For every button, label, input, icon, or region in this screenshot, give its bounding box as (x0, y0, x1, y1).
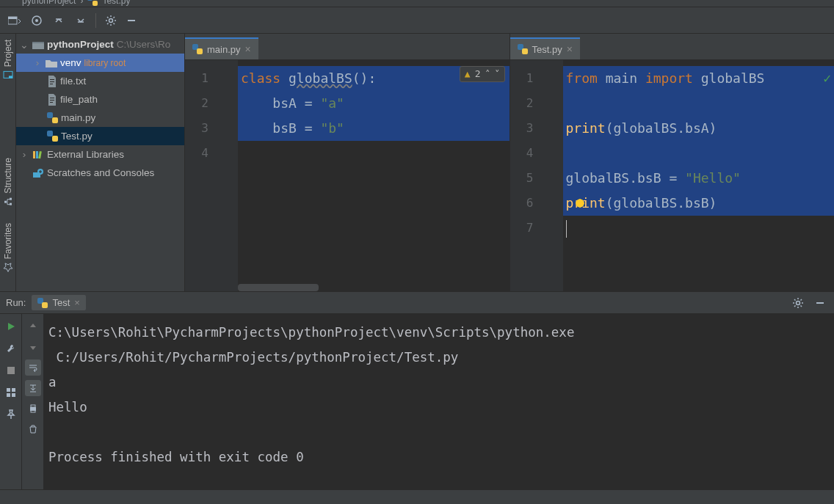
inspection-widget[interactable]: ▲ 2 ˄ ˅ (460, 66, 505, 82)
rerun-icon[interactable] (3, 318, 19, 335)
no-problems-icon[interactable]: ✓ (823, 66, 831, 91)
run-header: Run: Test × (0, 292, 834, 314)
run-tab[interactable]: Test × (32, 295, 85, 310)
svg-rect-9 (10, 198, 12, 200)
scratches-label: Scratches and Consoles (47, 167, 154, 178)
svg-rect-25 (7, 367, 15, 374)
breadcrumb-project[interactable]: pythonProject (22, 0, 76, 6)
svg-rect-12 (50, 79, 54, 80)
svg-rect-5 (128, 20, 135, 21)
favorites-tool-tab[interactable]: Favorites (3, 220, 13, 275)
structure-tool-tab[interactable]: Structure (3, 155, 13, 210)
file-name: Test.py (61, 131, 93, 142)
tree-file-txt[interactable]: file.txt (16, 72, 184, 90)
libraries-icon (32, 150, 44, 160)
svg-rect-10 (4, 201, 7, 203)
close-icon[interactable]: × (74, 297, 80, 308)
svg-rect-13 (50, 81, 54, 82)
tree-project-root[interactable]: ⌄ pythonProject C:\Users\Ro (16, 35, 184, 54)
tree-venv[interactable]: › venv library root (16, 54, 184, 72)
text-cursor (566, 220, 567, 238)
svg-rect-31 (31, 405, 35, 407)
wrench-icon[interactable] (3, 340, 19, 357)
svg-rect-20 (38, 150, 42, 158)
prev-highlight-icon[interactable]: ˄ (485, 62, 490, 87)
settings-icon[interactable] (101, 10, 121, 31)
editor-tab-label: Test.py (532, 44, 562, 55)
svg-rect-11 (32, 42, 44, 43)
project-view-combo[interactable] (4, 10, 25, 31)
editor-test-py: Test.py × 1 2 3 4 5 6 7 (510, 34, 835, 291)
hide-tool-window-icon[interactable] (123, 12, 140, 29)
scratches-icon (32, 168, 44, 178)
run-console[interactable]: C:\Users\Rohit\PycharmProjects\pythonPro… (44, 314, 834, 489)
trash-icon[interactable] (25, 421, 41, 437)
project-root-name: pythonProject (47, 39, 114, 50)
file-name: main.py (61, 112, 95, 123)
close-icon[interactable]: × (567, 44, 573, 54)
project-toolbar (0, 7, 834, 34)
python-file-icon (47, 112, 58, 123)
tree-main-py[interactable]: main.py (16, 109, 184, 127)
tree-test-py[interactable]: Test.py (16, 127, 184, 145)
stop-icon[interactable] (3, 362, 19, 379)
svg-rect-28 (7, 393, 10, 397)
venv-hint: library root (84, 58, 126, 68)
editor-main-py: main.py × 1 2 3 4 class globalBS(): bsA (185, 34, 510, 291)
down-icon[interactable] (25, 339, 41, 355)
project-tool-tab[interactable]: Project (3, 37, 13, 83)
horizontal-scrollbar[interactable] (238, 284, 319, 291)
breakpoint-gutter[interactable] (547, 60, 563, 291)
hide-tool-window-icon[interactable] (812, 295, 828, 311)
run-side-toolbar-2 (22, 314, 44, 489)
editor-tabs-right: Test.py × (510, 34, 835, 60)
chevron-right-icon[interactable]: › (32, 57, 43, 68)
intention-bulb-icon[interactable] (575, 198, 585, 208)
left-tool-stripe: Project Structure Favorites (0, 34, 16, 291)
next-highlight-icon[interactable]: ˅ (495, 62, 500, 87)
breakpoint-gutter[interactable] (222, 60, 238, 291)
breadcrumb-file[interactable]: Test.py (102, 0, 130, 6)
project-tree[interactable]: ⌄ pythonProject C:\Users\Ro › venv libra… (16, 34, 185, 291)
editor-tab-test[interactable]: Test.py × (510, 37, 580, 59)
chevron-right-icon[interactable]: › (19, 149, 29, 160)
line-number-gutter[interactable]: 1 2 3 4 5 6 7 (510, 60, 547, 291)
inspection-count: 2 (475, 62, 481, 87)
warning-icon: ▲ (465, 62, 471, 87)
expand-all-icon[interactable] (48, 10, 69, 31)
run-side-toolbar-1 (0, 314, 22, 489)
python-file-icon (518, 44, 528, 54)
collapse-all-icon[interactable] (70, 10, 91, 31)
settings-icon[interactable] (790, 295, 806, 311)
venv-name: venv (60, 57, 81, 68)
folder-icon (46, 58, 57, 68)
code-area-left[interactable]: class globalBS(): bsA = "a" bsB = "b" ▲ … (238, 60, 510, 291)
tree-external-libraries[interactable]: › External Libraries (16, 145, 184, 164)
code-area-right[interactable]: from main import globalBS print(globalBS… (563, 60, 835, 291)
python-file-icon (87, 0, 98, 6)
editor-body-right[interactable]: 1 2 3 4 5 6 7 from main import globalBS … (510, 60, 835, 291)
scroll-to-end-icon[interactable] (25, 380, 41, 396)
svg-rect-17 (50, 102, 53, 103)
tree-file-path[interactable]: file_path (16, 90, 184, 109)
text-file-icon (47, 94, 57, 106)
editor-body-left[interactable]: 1 2 3 4 class globalBS(): bsA = "a" bsB … (185, 60, 510, 291)
print-icon[interactable] (25, 401, 41, 417)
svg-point-3 (35, 19, 38, 22)
status-bar (0, 489, 834, 504)
editor-tab-main[interactable]: main.py × (185, 37, 258, 59)
editor-tabs-left: main.py × (185, 34, 510, 60)
tree-scratches[interactable]: Scratches and Consoles (16, 164, 184, 182)
line-number-gutter[interactable]: 1 2 3 4 (185, 60, 222, 291)
svg-point-4 (109, 18, 113, 22)
svg-rect-18 (33, 151, 35, 158)
soft-wrap-icon[interactable] (25, 359, 41, 376)
file-name: file_path (60, 94, 98, 105)
select-opened-file-icon[interactable] (26, 10, 47, 31)
text-file-icon (47, 76, 57, 87)
chevron-down-icon[interactable]: ⌄ (19, 39, 29, 51)
pin-icon[interactable] (3, 406, 19, 423)
layout-icon[interactable] (3, 384, 19, 401)
close-icon[interactable]: × (245, 44, 251, 54)
up-icon[interactable] (25, 318, 41, 335)
